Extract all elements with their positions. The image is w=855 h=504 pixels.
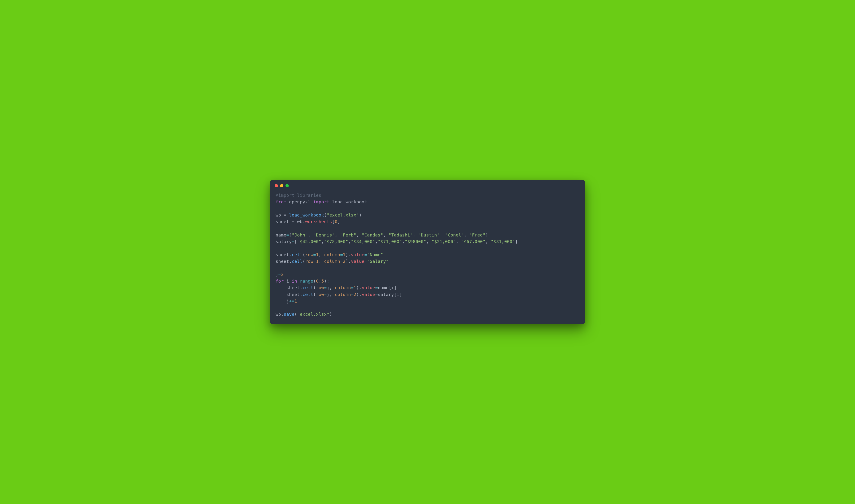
builtin-range: range: [300, 278, 313, 284]
var-name: name: [275, 233, 286, 237]
var-salary: salary: [275, 239, 292, 244]
index-literal: 0: [335, 219, 337, 224]
method-save: save: [284, 312, 295, 317]
string-literal: "excel.xlsx": [327, 213, 359, 217]
var-sheet: sheet: [275, 219, 289, 224]
code-editor-window: #import libraries from openpyxl import l…: [270, 180, 585, 324]
code-comment: #import libraries: [275, 193, 321, 198]
window-titlebar: [270, 180, 585, 189]
code-content: #import libraries from openpyxl import l…: [270, 189, 585, 324]
method-cell: cell: [292, 252, 303, 257]
keyword-from: from: [275, 199, 286, 204]
attr-worksheets: worksheets: [305, 219, 332, 224]
zoom-icon[interactable]: [285, 184, 289, 187]
module-name: openpyxl: [289, 199, 310, 204]
var-wb: wb: [275, 213, 281, 217]
assign-op: =: [281, 213, 289, 217]
close-icon[interactable]: [275, 184, 278, 187]
import-target: load_workbook: [332, 199, 367, 204]
minimize-icon[interactable]: [280, 184, 283, 187]
keyword-for: for: [275, 278, 284, 284]
keyword-import: import: [313, 199, 329, 204]
func-call: load_workbook: [289, 213, 324, 217]
